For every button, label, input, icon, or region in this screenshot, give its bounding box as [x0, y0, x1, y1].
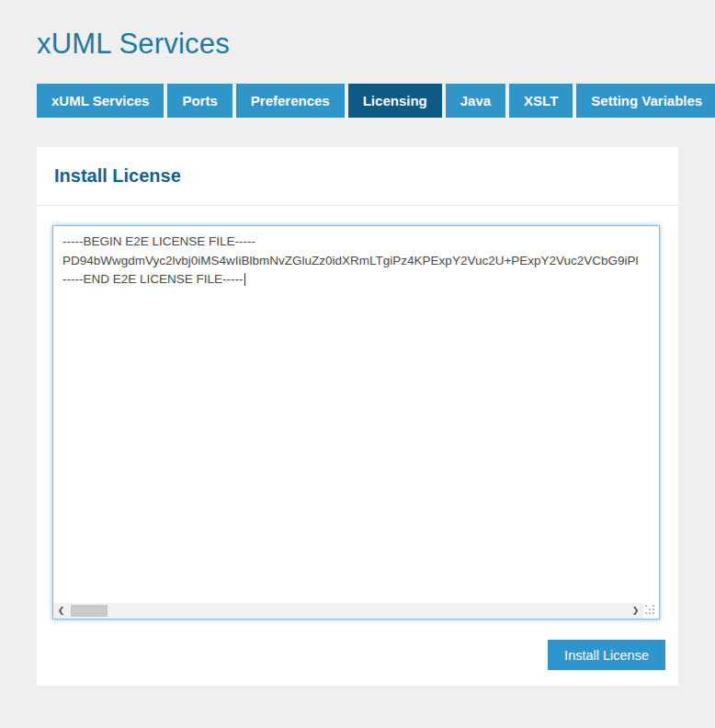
- tab-preferences[interactable]: Preferences: [236, 84, 345, 118]
- text-cursor: [244, 273, 245, 286]
- license-line-end: -----END E2E LICENSE FILE-----: [62, 272, 244, 286]
- resize-grip-icon[interactable]: [645, 605, 656, 616]
- tab-setting-variables[interactable]: Setting Variables: [576, 84, 715, 118]
- install-license-button[interactable]: Install License: [548, 640, 665, 670]
- scroll-left-icon[interactable]: ❮: [53, 603, 69, 619]
- page: xUML Services xUML Services Ports Prefer…: [0, 28, 715, 686]
- tab-licensing[interactable]: Licensing: [348, 84, 442, 118]
- page-title: xUML Services: [37, 28, 678, 61]
- license-line-begin: -----BEGIN E2E LICENSE FILE-----: [62, 234, 255, 248]
- install-license-panel: Install License -----BEGIN E2E LICENSE F…: [37, 147, 678, 686]
- horizontal-scrollbar[interactable]: ❮ ❯: [53, 603, 643, 619]
- button-row: Install License: [37, 640, 665, 670]
- tab-java[interactable]: Java: [446, 84, 505, 118]
- license-textarea[interactable]: -----BEGIN E2E LICENSE FILE----- PD94bWw…: [52, 225, 660, 620]
- panel-header: Install License: [37, 147, 678, 206]
- scroll-right-icon[interactable]: ❯: [628, 603, 643, 619]
- license-line-blob: PD94bWwgdmVyc2lvbj0iMS4wIiBlbmNvZGluZz0i…: [62, 254, 639, 267]
- tab-xuml-services[interactable]: xUML Services: [37, 84, 164, 118]
- tab-bar: xUML Services Ports Preferences Licensin…: [37, 84, 678, 118]
- scrollbar-thumb[interactable]: [71, 605, 108, 617]
- panel-heading: Install License: [54, 165, 661, 187]
- license-text: -----BEGIN E2E LICENSE FILE----- PD94bWw…: [53, 226, 659, 296]
- tab-xslt[interactable]: XSLT: [509, 84, 573, 118]
- tab-ports[interactable]: Ports: [167, 84, 232, 118]
